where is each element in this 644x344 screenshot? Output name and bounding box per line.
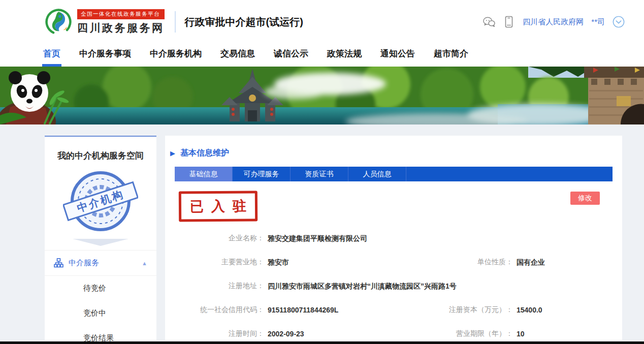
sidebar-item-pending-bid[interactable]: 待竞价 bbox=[45, 276, 156, 301]
sidebar-menu-label: 中介服务 bbox=[69, 258, 99, 268]
field-value: 四川雅安市雨城区多营镇对岩村“川滇藏物流园区”兴雨路1号 bbox=[268, 282, 457, 291]
main-nav: 首页 中介服务事项 中介服务机构 交易信息 诚信公示 政策法规 通知公告 超市简… bbox=[0, 44, 644, 67]
tabbar: 基础信息 可办理服务 资质证书 人员信息 bbox=[175, 167, 613, 181]
nav-item-service-agencies[interactable]: 中介服务机构 bbox=[150, 48, 202, 62]
tab-available-services[interactable]: 可办理服务 bbox=[233, 167, 291, 181]
form-row-business-location: 主要营业地：雅安市 单位性质：国有企业 bbox=[165, 258, 622, 282]
sidebar: 我的中介机构服务空间 中介机构 bbox=[45, 136, 156, 341]
field-label: 营业期限（年）： bbox=[429, 329, 513, 338]
section-header: ▶ 基本信息维护 bbox=[165, 136, 622, 167]
field-value: 91511800711844269L bbox=[268, 306, 338, 314]
field-label: 统一社会信用代码： bbox=[165, 305, 264, 315]
sidebar-title: 我的中介机构服务空间 bbox=[45, 137, 156, 165]
sidebar-menu-intermediary-service[interactable]: 中介服务 ▲ bbox=[45, 251, 156, 275]
field-label: 注册地址： bbox=[165, 282, 264, 291]
sidebar-submenu: 待竞价 竞价中 竞价结果 合同签订 服务成果 bbox=[45, 275, 156, 344]
tab-basic-info[interactable]: 基础信息 bbox=[175, 167, 233, 181]
section-title: 基本信息维护 bbox=[180, 148, 229, 159]
stamp-shadow bbox=[73, 239, 128, 246]
wechat-icon[interactable] bbox=[483, 16, 495, 28]
mobile-icon[interactable] bbox=[503, 16, 515, 28]
nav-item-home[interactable]: 首页 bbox=[43, 48, 60, 62]
field-label: 注册时间： bbox=[165, 329, 264, 338]
platform-badge: 全国一体化在线政务服务平台 bbox=[77, 9, 165, 19]
nav-item-policies[interactable]: 政策法规 bbox=[327, 48, 362, 62]
org-chart-icon bbox=[54, 258, 63, 268]
form-row-company-name: 企业名称：雅安交建集团平顺检测有限公司 bbox=[165, 234, 622, 258]
page: 全国一体化在线政务服务平台 四川政务服务网 行政审批中介超市(试运行) bbox=[0, 0, 644, 344]
header-right: 四川省人民政府网 **司 bbox=[483, 16, 644, 28]
content-area: 我的中介机构服务空间 中介机构 bbox=[0, 124, 644, 344]
username[interactable]: **司 bbox=[591, 17, 605, 27]
form-row-registered-address: 注册地址：四川雅安市雨城区多营镇对岩村“川滇藏物流园区”兴雨路1号 bbox=[165, 282, 622, 305]
field-label: 主要营业地： bbox=[165, 258, 264, 267]
field-label: 企业名称： bbox=[165, 234, 264, 243]
caret-up-icon: ▲ bbox=[142, 260, 147, 266]
nav-item-transactions[interactable]: 交易信息 bbox=[220, 48, 255, 62]
edit-button[interactable]: 修改 bbox=[570, 192, 600, 205]
nav-item-about[interactable]: 超市简介 bbox=[434, 48, 468, 62]
form-row-credit-code: 统一社会信用代码：91511800711844269L 注册资本（万元）：154… bbox=[165, 305, 622, 329]
bottom-edge-strip bbox=[0, 341, 644, 344]
field-label: 单位性质： bbox=[429, 258, 513, 267]
section-arrow-icon: ▶ bbox=[170, 149, 175, 157]
nav-item-integrity[interactable]: 诚信公示 bbox=[274, 48, 308, 62]
field-value: 雅安市 bbox=[268, 258, 289, 267]
hero-banner-image bbox=[0, 67, 644, 124]
sidebar-item-bidding[interactable]: 竞价中 bbox=[45, 301, 156, 326]
field-value: 国有企业 bbox=[517, 258, 545, 267]
nav-item-notices[interactable]: 通知公告 bbox=[380, 48, 415, 62]
basic-info-form: 企业名称：雅安交建集团平顺检测有限公司 主要营业地：雅安市 单位性质：国有企业 … bbox=[165, 234, 622, 344]
field-value: 2002-09-23 bbox=[268, 330, 304, 338]
header-divider bbox=[175, 11, 176, 33]
gov-site-link[interactable]: 四川省人民政府网 bbox=[523, 17, 584, 27]
site-name: 四川政务服务网 bbox=[77, 21, 165, 35]
site-brand: 全国一体化在线政务服务平台 四川政务服务网 bbox=[77, 9, 165, 35]
site-logo-icon bbox=[45, 8, 72, 36]
nav-item-service-matters[interactable]: 中介服务事项 bbox=[79, 48, 131, 62]
header: 全国一体化在线政务服务平台 四川政务服务网 行政审批中介超市(试运行) bbox=[0, 0, 644, 44]
status-stamp-registered: 已入驻 bbox=[179, 191, 257, 222]
main-panel: ▶ 基本信息维护 基础信息 可办理服务 资质证书 人员信息 已入驻 修改 企业名… bbox=[165, 136, 622, 341]
tab-personnel-info[interactable]: 人员信息 bbox=[348, 167, 406, 181]
chevron-down-icon[interactable] bbox=[613, 16, 625, 28]
page-title: 行政审批中介超市(试运行) bbox=[185, 15, 303, 29]
field-label: 注册资本（万元）： bbox=[429, 305, 513, 315]
agency-stamp-icon: 中介机构 bbox=[45, 165, 156, 239]
field-value: 雅安交建集团平顺检测有限公司 bbox=[268, 234, 367, 243]
tab-qualification-certs[interactable]: 资质证书 bbox=[291, 167, 348, 181]
field-value: 15400.0 bbox=[517, 306, 542, 314]
field-value: 10 bbox=[517, 330, 525, 338]
